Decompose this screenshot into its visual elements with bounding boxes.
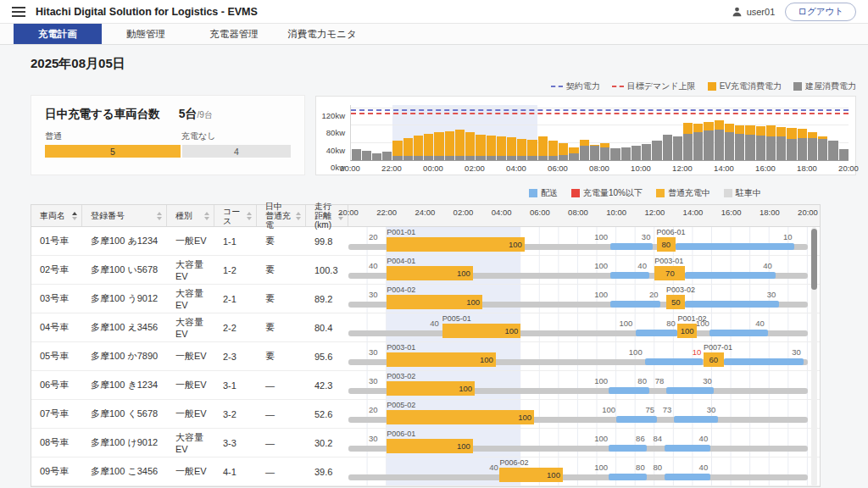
delivery-bar[interactable] (665, 445, 710, 452)
color-swatch (708, 82, 716, 91)
charge-bar[interactable]: P005-02100 (387, 410, 534, 424)
battery-percent-label: 30 (369, 434, 378, 443)
charge-bar[interactable]: P003-01100 (387, 352, 496, 367)
tab-動態管理[interactable]: 動態管理 (102, 24, 190, 44)
column-header-4[interactable]: 日中 普通充電 (257, 205, 306, 226)
building-power-segment (673, 136, 682, 160)
charge-bar[interactable]: P003-02100 (387, 381, 475, 396)
delivery-bar[interactable] (610, 272, 648, 279)
battery-percent-label: 50 (666, 297, 686, 307)
sort-desc-icon[interactable] (72, 217, 77, 220)
ev-power-segment (704, 122, 713, 130)
battery-percent-label: 40 (755, 319, 765, 328)
delivery-bar[interactable] (676, 243, 794, 250)
sort-desc-icon[interactable] (204, 217, 209, 220)
sort-desc-icon[interactable] (338, 217, 343, 220)
building-power-segment (735, 134, 744, 160)
target-demand-line (351, 113, 849, 114)
delivery-bar[interactable] (685, 272, 775, 279)
sort-asc-icon[interactable] (204, 212, 209, 215)
cell-type: 大容量EV (167, 285, 214, 313)
gantt-legend-item: 充電量10%以下 (571, 187, 643, 199)
table-row: 05号車多摩100 か7890一般EV2-3要95.630P003-011001… (31, 342, 820, 371)
charge-bar[interactable]: P006-02100 (499, 468, 563, 482)
battery-percent-label: 40 (637, 261, 647, 270)
tab-充電計画[interactable]: 充電計画 (14, 24, 102, 44)
delivery-bar[interactable] (685, 301, 779, 308)
building-power-segment (715, 130, 724, 160)
charge-bar[interactable]: P001-02100 (677, 324, 697, 338)
ev-power-segment (414, 136, 423, 156)
charge-bar[interactable]: P004-01100 (387, 266, 473, 280)
sort-desc-icon[interactable] (296, 217, 301, 220)
delivery-bar[interactable] (645, 358, 703, 365)
battery-percent-label: 100 (594, 261, 608, 270)
sort-asc-icon[interactable] (72, 212, 77, 215)
charge-bar[interactable]: P006-0180 (657, 237, 676, 252)
delivery-bar[interactable] (616, 416, 656, 423)
app-title: Hitachi Digital Solution for Logistics -… (36, 6, 258, 18)
charge-bar[interactable]: P006-01100 (387, 439, 473, 453)
delivery-bar[interactable] (610, 243, 653, 250)
charge-bar[interactable]: P004-02100 (387, 295, 482, 309)
gantt-tick-label: 20:00 (338, 208, 359, 217)
ev-power-segment (392, 141, 402, 156)
sort-asc-icon[interactable] (247, 212, 252, 215)
logout-button[interactable]: ログアウト (785, 3, 856, 21)
battery-percent-label: 40 (699, 434, 709, 443)
chart-legend-item: 建屋消費電力 (793, 80, 856, 92)
sort-icon (72, 212, 77, 220)
sort-icon (204, 212, 209, 220)
sort-desc-icon[interactable] (247, 217, 252, 220)
battery-percent-label: 30 (703, 376, 712, 385)
building-power-segment (372, 153, 381, 160)
sort-desc-icon[interactable] (157, 217, 162, 220)
sort-asc-icon[interactable] (296, 212, 301, 215)
column-header-2[interactable]: 種別 (167, 205, 214, 226)
cell-course: 1-2 (214, 256, 257, 284)
building-power-segment (683, 134, 693, 160)
delivery-bar[interactable] (609, 445, 647, 452)
chart-legend-item: 契約電力 (551, 80, 600, 92)
delivery-bar[interactable] (666, 387, 714, 394)
delivery-bar[interactable] (674, 416, 718, 423)
delivery-bar[interactable] (609, 387, 648, 394)
delivery-bar[interactable] (610, 301, 660, 308)
gantt-legend-label: 充電量10%以下 (583, 187, 643, 199)
delivery-bar[interactable] (665, 474, 710, 480)
column-header-0[interactable]: 車両名 (31, 205, 82, 226)
charge-bar[interactable]: P003-0250 (666, 295, 686, 309)
charger-id-label: P006-01 (657, 228, 686, 236)
chart-legend-item: 目標デマンド上限 (612, 80, 696, 92)
building-power-segment (455, 156, 465, 160)
gantt-row: 40P005-0110010080P001-0210010040 (348, 313, 808, 341)
charge-bar[interactable]: P001-01100 (387, 237, 525, 252)
gantt-scrollbar-thumb[interactable] (811, 229, 817, 290)
battery-percent-label: 80 (666, 319, 676, 328)
delivery-bar[interactable] (724, 358, 804, 365)
delivery-bar[interactable] (709, 330, 768, 336)
gantt-tick-label: 14:00 (683, 208, 704, 217)
tab-充電器管理[interactable]: 充電器管理 (190, 24, 278, 44)
battery-percent-label: 100 (547, 470, 560, 480)
battery-percent-label: 80 (657, 240, 676, 249)
building-power-segment (403, 156, 413, 160)
charge-bar[interactable]: P003-0170 (654, 266, 685, 280)
battery-percent-label: 100 (629, 347, 643, 357)
cell-day_charge: 要 (257, 313, 306, 341)
delivery-bar[interactable] (636, 330, 678, 336)
tab-消費電力モニタ[interactable]: 消費電力モニタ (278, 24, 366, 44)
charge-bar[interactable]: P005-01100 (442, 324, 521, 338)
battery-percent-label: 20 (369, 232, 378, 241)
ev-power-segment (487, 136, 496, 156)
cell-plate: 多摩100 こ3456 (82, 458, 167, 485)
column-header-3[interactable]: コース (214, 205, 257, 226)
hamburger-menu-icon[interactable] (12, 7, 25, 17)
column-header-1[interactable]: 登録番号 (82, 205, 167, 226)
gantt-tick-label: 04:00 (492, 208, 512, 217)
sort-asc-icon[interactable] (157, 212, 162, 215)
delivery-bar[interactable] (609, 474, 647, 480)
charge-bar[interactable]: P007-0160 (704, 352, 724, 367)
table-row: 03号車多摩100 う9012大容量EV2-1要89.230P004-02100… (31, 285, 820, 313)
gantt-tick-label: 22:00 (376, 208, 397, 217)
